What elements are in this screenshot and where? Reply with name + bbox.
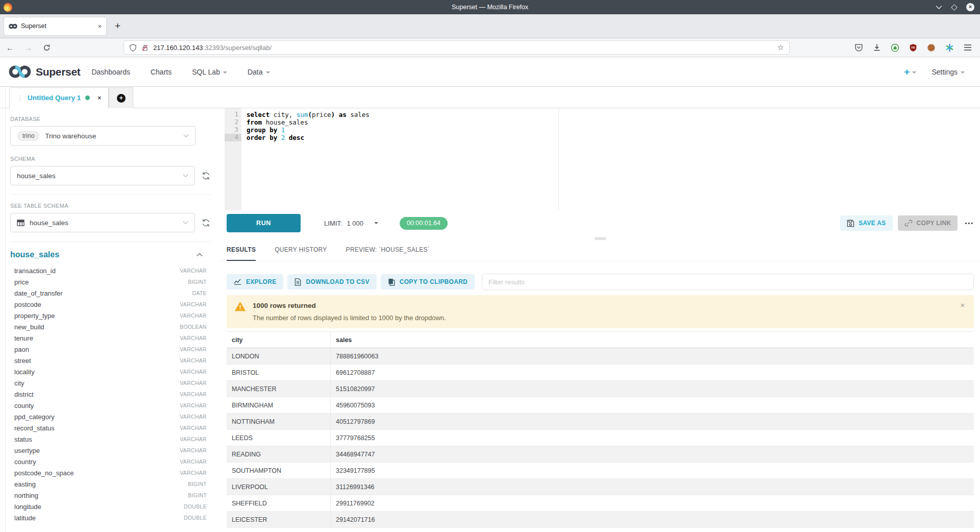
table-select[interactable]: house_sales: [10, 213, 195, 232]
column-name: tenure: [14, 334, 180, 342]
cell-city: MANCHESTER: [227, 381, 331, 397]
new-tab-button[interactable]: +: [115, 20, 120, 32]
query-tab[interactable]: ⋮ Untitled Query 1 ×: [9, 87, 109, 108]
add-new-button[interactable]: +: [904, 66, 916, 78]
column-type: BIGINT: [188, 481, 207, 487]
brand-name: Superset: [36, 66, 80, 78]
results-table-header: city sales: [227, 332, 974, 348]
cell-city: LEEDS: [227, 430, 331, 446]
tab-results[interactable]: RESULTS: [227, 246, 256, 261]
column-type: VARCHAR: [180, 346, 207, 352]
shield-permissions-icon[interactable]: [129, 44, 137, 52]
divider: [10, 241, 210, 242]
sql-editor[interactable]: 1234 select city, sum(price) as salesfro…: [220, 108, 980, 210]
limit-dropdown[interactable]: LIMIT: 1 000: [324, 220, 378, 227]
window-close-icon[interactable]: ×: [966, 3, 974, 11]
column-name: property_type: [14, 312, 180, 320]
nav-sql-lab[interactable]: SQL Lab: [192, 68, 227, 76]
browser-tab-title: Superset: [21, 22, 94, 30]
firefox-logo-icon: [4, 3, 12, 12]
column-row: status VARCHAR: [10, 433, 207, 445]
schema-select[interactable]: house_sales: [10, 166, 195, 185]
nav-data[interactable]: Data: [248, 68, 270, 76]
cell-sales: 788861960063: [331, 348, 974, 364]
table-row: LONDON 788861960063: [227, 348, 974, 365]
copy-clipboard-button[interactable]: COPY TO CLIPBOARD: [381, 274, 475, 289]
column-row: property_type VARCHAR: [10, 310, 207, 321]
elapsed-timer-badge: 00:00:01.64: [400, 217, 448, 230]
pane-splitter[interactable]: [220, 236, 980, 241]
save-as-button[interactable]: SAVE AS: [840, 215, 892, 231]
url-path: :32393/superset/sqllab/: [203, 44, 272, 52]
copy-link-button[interactable]: COPY LINK: [898, 215, 958, 231]
hamburger-menu-icon[interactable]: [964, 44, 972, 51]
download-csv-button[interactable]: DOWNLOAD TO CSV: [287, 274, 376, 289]
window-maximize-icon[interactable]: [951, 4, 958, 11]
cookie-icon[interactable]: [927, 43, 936, 52]
table-row: READING 34468947747: [227, 446, 974, 463]
add-query-tab-button[interactable]: +: [109, 87, 133, 108]
column-type: VARCHAR: [180, 414, 207, 420]
settings-menu[interactable]: Settings: [932, 68, 965, 76]
sqllab-sidebar: DATABASE trino Trino warehouse SCHEMA ho…: [0, 108, 220, 532]
column-row: easting BIGINT: [10, 478, 207, 490]
tab-preview-table[interactable]: PREVIEW: `HOUSE_SALES`: [346, 246, 430, 261]
column-row: county VARCHAR: [10, 400, 207, 411]
cell-city: NOTTINGHAM: [227, 414, 331, 429]
refresh-schemas-icon[interactable]: [202, 172, 210, 180]
drag-handle-icon[interactable]: ⋮: [17, 94, 23, 102]
editor-toolbar: RUN LIMIT: 1 000 00:00:01.64 SAVE AS: [220, 210, 980, 236]
downloads-icon[interactable]: [873, 43, 881, 52]
tab-query-history[interactable]: QUERY HISTORY: [275, 246, 327, 261]
ublock-icon[interactable]: UO: [909, 43, 917, 52]
url-field[interactable]: 217.160.120.143:32393/superset/sqllab/ ☆: [124, 40, 790, 55]
splitter-grip-icon[interactable]: [595, 237, 606, 240]
tab-close-icon[interactable]: ×: [97, 22, 102, 30]
column-type: VARCHAR: [180, 436, 207, 442]
cell-sales: 31126991346: [331, 479, 974, 495]
column-name: postcode_no_space: [14, 469, 180, 477]
column-type: VARCHAR: [180, 268, 207, 274]
browser-tab[interactable]: Superset ×: [4, 17, 106, 35]
privacy-badger-icon[interactable]: [891, 43, 899, 52]
pocket-icon[interactable]: [854, 43, 863, 52]
column-name: date_of_transfer: [14, 289, 192, 297]
chevron-down-icon: [183, 134, 189, 138]
table-title[interactable]: house_sales: [10, 250, 197, 259]
editor-code[interactable]: select city, sum(price) as salesfrom hou…: [241, 108, 980, 210]
filter-results-input[interactable]: [482, 274, 974, 290]
table-row: LEICESTER 29142071716: [227, 512, 974, 528]
results-tabbar: RESULTS QUERY HISTORY PREVIEW: `HOUSE_SA…: [220, 241, 980, 261]
back-button[interactable]: ←: [6, 43, 14, 52]
column-row: country VARCHAR: [10, 456, 207, 467]
cell-sales: 34468947747: [331, 446, 974, 462]
explore-button[interactable]: EXPLORE: [227, 274, 283, 289]
column-name: paon: [14, 346, 180, 353]
table-row: LEEDS 37779768255: [227, 430, 974, 446]
column-name: street: [14, 357, 180, 365]
more-actions-button[interactable]: •••: [965, 220, 974, 226]
cell-city: LEICESTER: [227, 512, 331, 527]
query-tab-close-icon[interactable]: ×: [97, 94, 101, 102]
alert-close-icon[interactable]: ×: [961, 301, 965, 309]
column-header-city[interactable]: city: [227, 332, 331, 348]
column-header-sales[interactable]: sales: [331, 332, 974, 348]
print-margin-line: [558, 108, 559, 210]
lock-insecure-icon[interactable]: [141, 44, 149, 52]
bookmark-star-icon[interactable]: ☆: [777, 43, 784, 52]
reload-button[interactable]: [43, 44, 51, 52]
database-select[interactable]: trino Trino warehouse: [10, 126, 195, 146]
refresh-tables-icon[interactable]: [202, 219, 210, 227]
column-row: locality VARCHAR: [10, 366, 207, 377]
nav-dashboards[interactable]: Dashboards: [91, 68, 130, 76]
superset-logo[interactable]: Superset: [8, 64, 80, 79]
extension-asterisk-icon[interactable]: [945, 43, 954, 52]
nav-charts[interactable]: Charts: [151, 68, 172, 76]
chevron-up-icon[interactable]: [197, 253, 203, 257]
table-value: house_sales: [30, 219, 178, 227]
run-button[interactable]: RUN: [227, 214, 301, 232]
forward-button[interactable]: →: [24, 43, 32, 52]
cell-city: SOUTHAMPTON: [227, 463, 331, 478]
window-minimize-icon[interactable]: [936, 5, 942, 9]
column-name: latitude: [14, 514, 184, 522]
